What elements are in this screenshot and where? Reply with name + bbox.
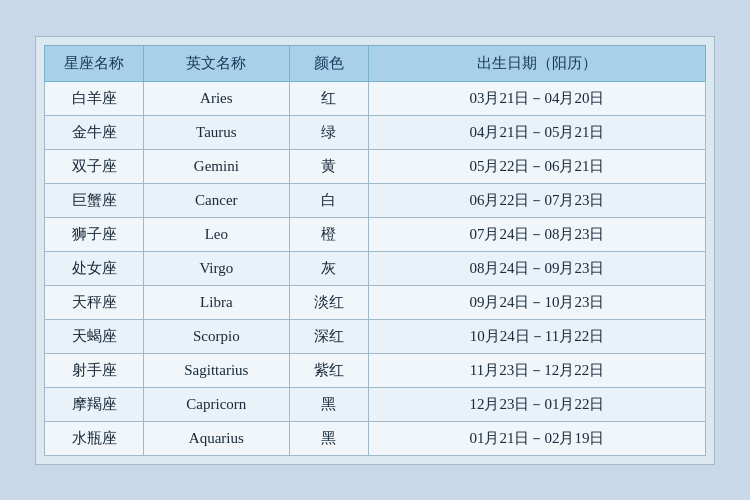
table-row: 摩羯座Capricorn黑12月23日－01月22日 bbox=[45, 387, 706, 421]
header-chinese: 星座名称 bbox=[45, 45, 144, 81]
cell-english: Scorpio bbox=[144, 319, 289, 353]
cell-english: Gemini bbox=[144, 149, 289, 183]
cell-chinese: 狮子座 bbox=[45, 217, 144, 251]
cell-color: 黑 bbox=[289, 387, 368, 421]
cell-english: Virgo bbox=[144, 251, 289, 285]
cell-color: 红 bbox=[289, 81, 368, 115]
cell-color: 黑 bbox=[289, 421, 368, 455]
cell-date: 07月24日－08月23日 bbox=[368, 217, 705, 251]
cell-english: Libra bbox=[144, 285, 289, 319]
zodiac-table: 星座名称 英文名称 颜色 出生日期（阳历） 白羊座Aries红03月21日－04… bbox=[44, 45, 706, 456]
cell-color: 白 bbox=[289, 183, 368, 217]
cell-date: 08月24日－09月23日 bbox=[368, 251, 705, 285]
cell-date: 09月24日－10月23日 bbox=[368, 285, 705, 319]
cell-chinese: 射手座 bbox=[45, 353, 144, 387]
cell-chinese: 处女座 bbox=[45, 251, 144, 285]
table-row: 射手座Sagittarius紫红11月23日－12月22日 bbox=[45, 353, 706, 387]
table-row: 水瓶座Aquarius黑01月21日－02月19日 bbox=[45, 421, 706, 455]
cell-date: 11月23日－12月22日 bbox=[368, 353, 705, 387]
cell-english: Leo bbox=[144, 217, 289, 251]
cell-date: 10月24日－11月22日 bbox=[368, 319, 705, 353]
cell-date: 03月21日－04月20日 bbox=[368, 81, 705, 115]
cell-english: Taurus bbox=[144, 115, 289, 149]
cell-english: Sagittarius bbox=[144, 353, 289, 387]
cell-color: 紫红 bbox=[289, 353, 368, 387]
cell-date: 01月21日－02月19日 bbox=[368, 421, 705, 455]
cell-english: Cancer bbox=[144, 183, 289, 217]
cell-chinese: 巨蟹座 bbox=[45, 183, 144, 217]
cell-date: 12月23日－01月22日 bbox=[368, 387, 705, 421]
cell-date: 04月21日－05月21日 bbox=[368, 115, 705, 149]
cell-chinese: 金牛座 bbox=[45, 115, 144, 149]
table-row: 金牛座Taurus绿04月21日－05月21日 bbox=[45, 115, 706, 149]
table-row: 巨蟹座Cancer白06月22日－07月23日 bbox=[45, 183, 706, 217]
cell-chinese: 天秤座 bbox=[45, 285, 144, 319]
table-row: 天秤座Libra淡红09月24日－10月23日 bbox=[45, 285, 706, 319]
cell-chinese: 水瓶座 bbox=[45, 421, 144, 455]
cell-color: 淡红 bbox=[289, 285, 368, 319]
cell-english: Aries bbox=[144, 81, 289, 115]
cell-date: 05月22日－06月21日 bbox=[368, 149, 705, 183]
table-row: 处女座Virgo灰08月24日－09月23日 bbox=[45, 251, 706, 285]
cell-color: 黄 bbox=[289, 149, 368, 183]
cell-chinese: 天蝎座 bbox=[45, 319, 144, 353]
cell-english: Aquarius bbox=[144, 421, 289, 455]
header-color: 颜色 bbox=[289, 45, 368, 81]
cell-color: 深红 bbox=[289, 319, 368, 353]
cell-english: Capricorn bbox=[144, 387, 289, 421]
header-english: 英文名称 bbox=[144, 45, 289, 81]
header-date: 出生日期（阳历） bbox=[368, 45, 705, 81]
cell-color: 绿 bbox=[289, 115, 368, 149]
cell-chinese: 白羊座 bbox=[45, 81, 144, 115]
zodiac-table-container: 星座名称 英文名称 颜色 出生日期（阳历） 白羊座Aries红03月21日－04… bbox=[35, 36, 715, 465]
table-row: 狮子座Leo橙07月24日－08月23日 bbox=[45, 217, 706, 251]
cell-date: 06月22日－07月23日 bbox=[368, 183, 705, 217]
cell-chinese: 摩羯座 bbox=[45, 387, 144, 421]
table-row: 白羊座Aries红03月21日－04月20日 bbox=[45, 81, 706, 115]
cell-color: 橙 bbox=[289, 217, 368, 251]
table-row: 双子座Gemini黄05月22日－06月21日 bbox=[45, 149, 706, 183]
cell-color: 灰 bbox=[289, 251, 368, 285]
cell-chinese: 双子座 bbox=[45, 149, 144, 183]
table-header-row: 星座名称 英文名称 颜色 出生日期（阳历） bbox=[45, 45, 706, 81]
table-row: 天蝎座Scorpio深红10月24日－11月22日 bbox=[45, 319, 706, 353]
